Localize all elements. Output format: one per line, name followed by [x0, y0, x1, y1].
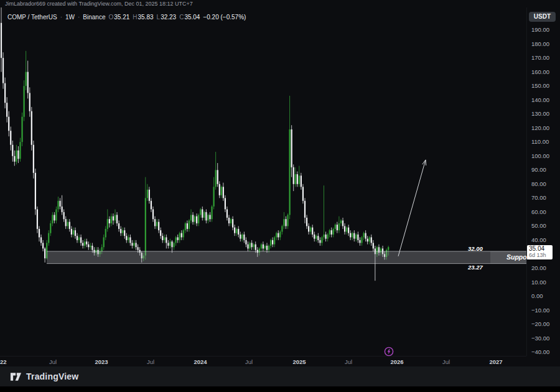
- interval-label: 1W: [65, 13, 75, 21]
- close-value: 35.04: [184, 13, 200, 21]
- price-tick: 120.00: [531, 124, 549, 132]
- price-tick: −30.00: [531, 335, 549, 342]
- price-tick: 10.00: [531, 279, 546, 286]
- price-tick: 160.00: [531, 68, 549, 76]
- price-tick: 90.00: [531, 166, 546, 174]
- price-tick: 100.00: [531, 152, 549, 160]
- high-value: 35.83: [138, 13, 154, 21]
- currency-toggle-button[interactable]: USDT: [529, 12, 556, 22]
- time-tick: 22: [0, 358, 7, 366]
- price-tick: 180.00: [531, 40, 549, 48]
- price-tick: 70.00: [531, 194, 546, 202]
- tradingview-wordmark: TradingView: [26, 371, 78, 381]
- price-tick: 60.00: [531, 208, 546, 216]
- time-tick: 2023: [95, 358, 108, 366]
- time-tick: 2026: [390, 358, 403, 366]
- price-tick: 80.00: [531, 180, 546, 188]
- price-tick: 0.00: [531, 292, 543, 300]
- price-tick: 150.00: [531, 82, 549, 90]
- low-value: 32.23: [161, 13, 176, 21]
- bottom-strip: [0, 386, 560, 392]
- time-tick: Jul: [49, 358, 57, 366]
- tradingview-logo[interactable]: TradingView: [10, 371, 78, 382]
- last-price-value: 35.04: [529, 246, 551, 252]
- footer-bar: TradingView: [0, 366, 560, 386]
- time-tick: 2025: [292, 358, 306, 366]
- price-tick: 140.00: [531, 96, 549, 104]
- price-tick: 130.00: [531, 110, 549, 118]
- high-label: H: [133, 13, 137, 21]
- support-zone-bottom-price: 23.27: [468, 264, 483, 271]
- price-tick: 20.00: [531, 264, 546, 272]
- time-tick: 2024: [194, 358, 207, 366]
- tradingview-chart-window: JimLabrador669 created with TradingView.…: [0, 0, 560, 392]
- last-price-label: 35.04 6d 13h: [527, 245, 553, 259]
- exchange-label: Binance: [83, 13, 105, 21]
- time-tick: Jul: [345, 358, 352, 366]
- time-tick: Jul: [442, 358, 450, 366]
- price-tick: 50.00: [531, 222, 546, 230]
- open-value: 35.21: [114, 13, 129, 21]
- symbol-name: COMP / TetherUS: [7, 13, 57, 21]
- price-tick: −20.00: [531, 320, 549, 328]
- time-tick: Jul: [245, 358, 253, 366]
- trend-arrow[interactable]: [398, 160, 426, 256]
- time-tick: Jul: [147, 358, 154, 366]
- chart-pane[interactable]: [0, 7, 526, 356]
- open-label: O: [109, 13, 114, 21]
- change-value: −0.20 (−0.57%): [203, 13, 246, 21]
- price-tick: 170.00: [531, 54, 549, 62]
- support-zone-top-price: 32.00: [468, 246, 483, 252]
- candles: [1, 7, 389, 281]
- price-tick: 190.00: [531, 26, 549, 34]
- price-tick: −40.00: [531, 348, 549, 356]
- legend-separator: ·: [60, 13, 62, 21]
- attribution-text: JimLabrador669 created with TradingView.…: [5, 1, 193, 7]
- close-label: C: [179, 13, 184, 21]
- price-chart[interactable]: [0, 7, 526, 356]
- bar-countdown: 6d 13h: [529, 253, 551, 258]
- time-tick: 2027: [489, 358, 502, 366]
- price-tick: 110.00: [531, 138, 549, 146]
- legend-separator: ·: [78, 13, 80, 21]
- symbol-legend: COMP / TetherUS · 1W · Binance O35.21 H3…: [7, 13, 246, 21]
- price-axis[interactable]: 190.00180.00170.00160.00150.00140.00130.…: [526, 7, 560, 356]
- event-lightning-icon[interactable]: [384, 347, 394, 357]
- support-zone[interactable]: [47, 251, 526, 264]
- time-axis[interactable]: 22Jul2023Jul2024Jul2025Jul2026Jul2027: [0, 356, 526, 366]
- price-tick: −10.00: [531, 307, 549, 314]
- price-tick: 40.00: [531, 236, 546, 244]
- low-label: L: [157, 13, 161, 21]
- tradingview-mark-icon: [10, 371, 22, 382]
